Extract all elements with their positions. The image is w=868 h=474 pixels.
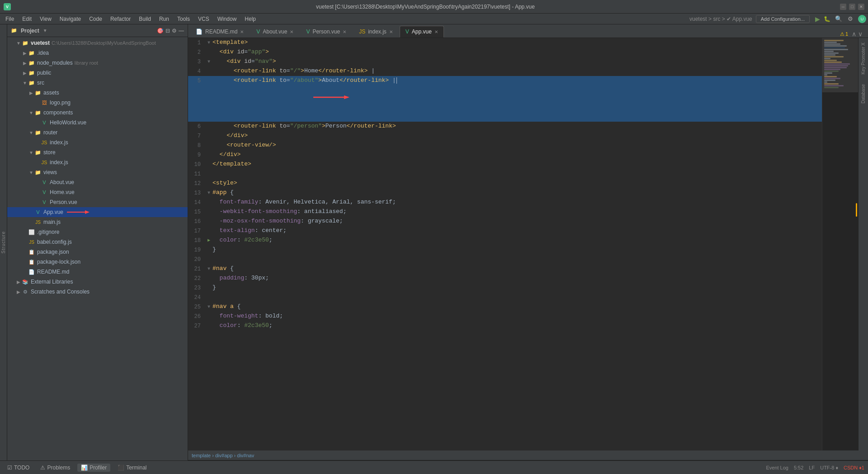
search-button[interactable]: 🔍 — [835, 15, 843, 23]
tree-idea[interactable]: ▶ 📁 .idea — [7, 48, 188, 58]
fold-icon[interactable] — [206, 66, 212, 67]
fold-icon[interactable] — [206, 198, 212, 198]
collapse-icon[interactable]: ⊟ — [165, 28, 170, 34]
menu-window[interactable]: Window — [214, 15, 241, 23]
code-editor[interactable]: 1 ▼ <template> 2 <div id="app"> 3 ▼ <div… — [188, 38, 822, 450]
menu-vcs[interactable]: VCS — [194, 15, 213, 23]
expand-icon[interactable]: ∧ — [852, 30, 856, 38]
run-button[interactable]: ▶ — [813, 15, 821, 23]
fold-icon[interactable] — [206, 160, 212, 160]
fold-icon[interactable]: ▼ — [206, 188, 212, 198]
menu-navigate[interactable]: Navigate — [56, 15, 85, 23]
tab-indexjs-close[interactable]: ✕ — [389, 29, 393, 34]
fold-icon[interactable] — [206, 131, 212, 132]
profiler-tab[interactable]: 📊 Profiler — [77, 464, 110, 472]
problems-tab[interactable]: ⚠ Problems — [37, 464, 74, 472]
fold-icon[interactable]: ▼ — [206, 302, 212, 312]
close-button[interactable]: ✕ — [858, 4, 864, 10]
fold-icon[interactable] — [206, 169, 212, 170]
menu-build[interactable]: Build — [135, 15, 155, 23]
close-panel-icon[interactable]: — — [179, 28, 184, 34]
fold-icon[interactable] — [206, 255, 212, 255]
collapse-editor-icon[interactable]: ∨ — [858, 30, 863, 38]
tree-assets[interactable]: ▶ 📁 assets — [7, 88, 188, 98]
tree-root[interactable]: ▼ 📁 vuetest C:\Users\13288\Desktop\MyVue… — [7, 38, 188, 48]
terminal-tab[interactable]: ⬛ Terminal — [114, 464, 150, 472]
structure-panel[interactable]: Structure — [0, 24, 7, 460]
tree-home-vue[interactable]: V Home.vue — [7, 187, 188, 197]
fold-icon[interactable] — [206, 217, 212, 217]
fold-icon[interactable] — [206, 47, 212, 48]
menu-tools[interactable]: Tools — [174, 15, 193, 23]
structure-label[interactable]: Structure — [1, 231, 6, 254]
fold-icon[interactable] — [206, 150, 212, 151]
fold-icon[interactable] — [206, 122, 212, 122]
tree-public[interactable]: ▶ 📁 public — [7, 68, 188, 78]
user-button[interactable]: U — [858, 15, 866, 23]
menu-run[interactable]: Run — [156, 15, 173, 23]
minimize-button[interactable]: ─ — [840, 4, 846, 10]
tab-appvue-close[interactable]: ✕ — [434, 29, 438, 34]
menu-edit[interactable]: Edit — [19, 15, 35, 23]
tree-package-json[interactable]: 📋 package.json — [7, 247, 188, 257]
todo-tab[interactable]: ☑ TODO — [4, 464, 33, 472]
tab-readme-close[interactable]: ✕ — [240, 29, 244, 34]
tab-about[interactable]: V About.vue ✕ — [250, 26, 299, 38]
menu-refactor[interactable]: Refactor — [107, 15, 134, 23]
fold-icon[interactable]: ▶ — [206, 236, 212, 245]
fold-icon[interactable] — [206, 283, 212, 284]
minimap[interactable] — [822, 38, 858, 450]
fold-icon[interactable]: ▼ — [206, 57, 212, 66]
status-encoding[interactable]: UTF-8 ♦ — [820, 465, 838, 470]
fold-icon[interactable] — [206, 274, 212, 274]
fold-icon[interactable]: ▼ — [206, 264, 212, 274]
maximize-button[interactable]: □ — [849, 4, 855, 10]
fold-icon[interactable] — [206, 179, 212, 179]
tab-person[interactable]: V Person.vue ✕ — [300, 26, 352, 38]
tree-node-modules[interactable]: ▶ 📁 node_modules library root — [7, 58, 188, 68]
menu-view[interactable]: View — [36, 15, 55, 23]
fold-icon[interactable] — [206, 207, 212, 208]
tree-views[interactable]: ▼ 📁 views — [7, 167, 188, 177]
add-config-button[interactable]: Add Configuration... — [756, 15, 810, 23]
settings-button[interactable]: ⚙ — [846, 15, 854, 23]
tree-person-vue[interactable]: V Person.vue — [7, 197, 188, 207]
tree-package-lock[interactable]: 📋 package-lock.json — [7, 257, 188, 267]
tree-main-js[interactable]: JS main.js — [7, 217, 188, 227]
menu-file[interactable]: File — [2, 15, 18, 23]
fold-icon[interactable]: ▼ — [206, 38, 212, 47]
tree-readme[interactable]: 📄 README.md — [7, 267, 188, 277]
database-label[interactable]: Database — [860, 81, 867, 106]
tree-src[interactable]: ▼ 📁 src — [7, 78, 188, 88]
fold-icon[interactable] — [206, 245, 212, 246]
tab-about-close[interactable]: ✕ — [290, 29, 293, 34]
tree-store-index[interactable]: JS index.js — [7, 157, 188, 167]
menu-code[interactable]: Code — [85, 15, 106, 23]
key-promoter-label[interactable]: Key Promoter X — [860, 40, 867, 77]
tree-router[interactable]: ▼ 📁 router — [7, 128, 188, 137]
menu-help[interactable]: Help — [241, 15, 259, 23]
debug-button[interactable]: 🐛 — [823, 15, 831, 23]
fold-icon[interactable] — [206, 293, 212, 293]
fold-icon[interactable] — [206, 76, 212, 76]
event-log-link[interactable]: Event Log — [766, 465, 788, 470]
tree-components[interactable]: ▼ 📁 components — [7, 108, 188, 118]
tab-app-vue[interactable]: V App.vue ✕ — [400, 26, 444, 38]
tree-store[interactable]: ▼ 📁 store — [7, 147, 188, 157]
fold-icon[interactable] — [206, 141, 212, 141]
tree-external-libs[interactable]: ▶ 📚 External Libraries — [7, 277, 188, 287]
fold-icon[interactable] — [206, 226, 212, 227]
tree-scratches[interactable]: ▶ ⚙ Scratches and Consoles — [7, 287, 188, 297]
tree-app-vue[interactable]: V App.vue — [7, 207, 188, 217]
tab-index-js[interactable]: JS index.js ✕ — [353, 26, 399, 38]
tree-about-vue[interactable]: V About.vue — [7, 177, 188, 187]
tree-babel-config[interactable]: JS babel.config.js — [7, 237, 188, 247]
tab-readme[interactable]: 📄 README.md ✕ — [190, 26, 250, 38]
tree-logo-png[interactable]: 🖼 logo.png — [7, 98, 188, 108]
tree-helloworld[interactable]: V HelloWorld.vue — [7, 118, 188, 128]
locate-icon[interactable]: 🎯 — [157, 28, 164, 34]
gear-icon[interactable]: ⚙ — [172, 28, 177, 34]
tree-gitignore[interactable]: ⬜ .gitignore — [7, 227, 188, 237]
fold-icon[interactable] — [206, 321, 212, 322]
tree-router-index[interactable]: JS index.js — [7, 137, 188, 147]
